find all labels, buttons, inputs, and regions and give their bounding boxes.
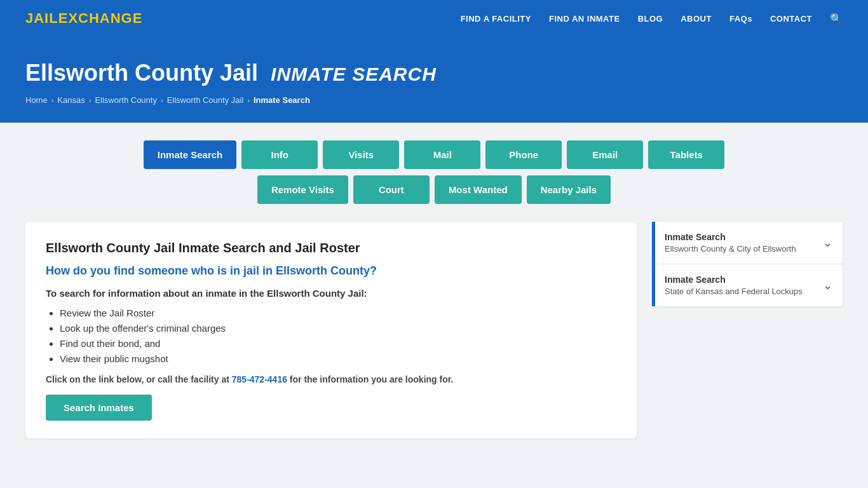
content-subheading: How do you find someone who is in jail i… (46, 264, 616, 278)
left-panel: Ellsworth County Jail Inmate Search and … (25, 222, 637, 438)
chevron-down-icon-2: ⌄ (823, 278, 832, 292)
tab-court[interactable]: Court (353, 175, 430, 204)
right-item-county-sub: Ellsworth County & City of Ellsworth (665, 244, 796, 254)
nav-about[interactable]: ABOUT (681, 14, 712, 24)
page-title-main: Ellsworth County Jail (25, 60, 258, 86)
breadcrumb-sep-2: › (89, 97, 92, 104)
right-panel-wrapper: Inmate Search Ellsworth County & City of… (652, 222, 843, 306)
tab-email[interactable]: Email (567, 140, 643, 169)
accent-bar (652, 222, 655, 306)
right-item-state[interactable]: Inmate Search State of Kansas and Federa… (652, 264, 843, 306)
logo-exchange-rest: XCHANGE (68, 10, 142, 26)
cta-button[interactable]: Search Inmates (46, 395, 152, 421)
site-logo[interactable]: JAILEXCHANGE (25, 10, 142, 27)
site-header: JAILEXCHANGE FIND A FACILITY FIND AN INM… (0, 0, 868, 37)
tab-mail[interactable]: Mail (404, 140, 480, 169)
bullet-3: Find out their bond, and (60, 338, 616, 349)
bullet-2: Look up the offender's criminal charges (60, 323, 616, 334)
nav-contact[interactable]: CONTACT (770, 14, 812, 24)
breadcrumb: Home › Kansas › Ellsworth County › Ellsw… (25, 95, 843, 105)
breadcrumb-kansas[interactable]: Kansas (57, 95, 85, 105)
tab-tablets[interactable]: Tablets (648, 140, 724, 169)
tab-nearby-jails[interactable]: Nearby Jails (527, 175, 611, 204)
hero-section: Ellsworth County Jail INMATE SEARCH Home… (0, 37, 868, 123)
phone-link[interactable]: 785-472-4416 (232, 374, 287, 384)
right-item-state-left: Inmate Search State of Kansas and Federa… (665, 274, 803, 296)
bullet-1: Review the Jail Roster (60, 308, 616, 318)
tab-visits[interactable]: Visits (323, 140, 399, 169)
nav-find-inmate[interactable]: FIND AN INMATE (549, 14, 620, 24)
main-content: Ellsworth County Jail Inmate Search and … (0, 204, 868, 464)
content-heading: Ellsworth County Jail Inmate Search and … (46, 241, 616, 255)
search-icon[interactable]: 🔍 (830, 13, 843, 25)
right-item-state-label: Inmate Search (665, 274, 803, 285)
breadcrumb-ellsworth-county[interactable]: Ellsworth County (95, 95, 157, 105)
right-item-county-left: Inmate Search Ellsworth County & City of… (665, 232, 796, 254)
nav-faqs[interactable]: FAQs (729, 14, 752, 24)
logo-jail: JAIL (25, 10, 58, 26)
tab-remote-visits[interactable]: Remote Visits (257, 175, 348, 204)
tab-inmate-search[interactable]: Inmate Search (144, 140, 237, 169)
breadcrumb-ellsworth-county-jail[interactable]: Ellsworth County Jail (167, 95, 244, 105)
logo-exchange-x: E (58, 10, 69, 26)
nav-blog[interactable]: BLOG (638, 14, 663, 24)
page-title: Ellsworth County Jail INMATE SEARCH (25, 60, 843, 86)
content-intro: To search for information about an inmat… (46, 288, 616, 299)
breadcrumb-sep-4: › (247, 97, 250, 104)
tabs-row-2: Remote Visits Court Most Wanted Nearby J… (257, 175, 611, 204)
right-item-county[interactable]: Inmate Search Ellsworth County & City of… (652, 222, 843, 264)
page-title-italic: INMATE SEARCH (271, 64, 437, 85)
footer-text-post: for the information you are looking for. (287, 374, 453, 384)
footer-text-pre: Click on the link below, or call the fac… (46, 374, 232, 384)
tab-info[interactable]: Info (241, 140, 318, 169)
right-panel: Inmate Search Ellsworth County & City of… (652, 222, 843, 306)
tabs-row-1: Inmate Search Info Visits Mail Phone Ema… (144, 140, 725, 169)
nav-find-facility[interactable]: FIND A FACILITY (461, 14, 531, 24)
breadcrumb-sep-3: › (161, 97, 163, 104)
breadcrumb-current: Inmate Search (254, 95, 310, 105)
tab-phone[interactable]: Phone (485, 140, 562, 169)
bullet-4: View their public mugshot (60, 353, 616, 364)
content-footer: Click on the link below, or call the fac… (46, 374, 616, 384)
right-item-state-sub: State of Kansas and Federal Lockups (665, 287, 803, 296)
tab-most-wanted[interactable]: Most Wanted (435, 175, 522, 204)
chevron-down-icon-1: ⌄ (823, 236, 832, 250)
tabs-section: Inmate Search Info Visits Mail Phone Ema… (0, 123, 868, 204)
content-bullets: Review the Jail Roster Look up the offen… (46, 308, 616, 364)
main-nav: FIND A FACILITY FIND AN INMATE BLOG ABOU… (461, 13, 843, 25)
breadcrumb-sep-1: › (51, 97, 54, 104)
right-item-county-label: Inmate Search (665, 232, 796, 242)
breadcrumb-home[interactable]: Home (25, 95, 48, 105)
